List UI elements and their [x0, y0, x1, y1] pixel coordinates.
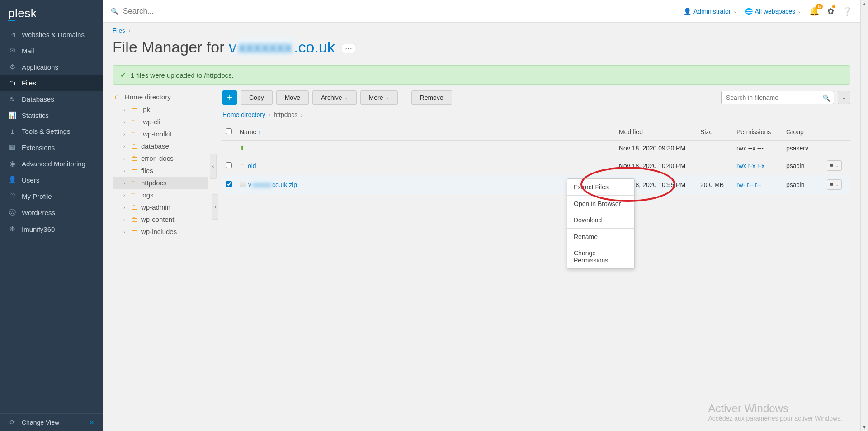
folder-icon: 🗀: [131, 130, 138, 138]
caret-icon: ›: [123, 205, 128, 210]
tree-root[interactable]: 🗀 Home directory: [113, 90, 208, 103]
add-button[interactable]: +: [222, 90, 237, 105]
check-icon: ✔: [120, 71, 126, 79]
sidebar-item-databases[interactable]: ≋Databases: [0, 91, 103, 107]
permissions-text: rwx --x ---: [736, 145, 764, 152]
col-size[interactable]: Size: [697, 124, 733, 141]
breadcrumb: Files ›: [103, 23, 860, 38]
tree-item-label: logs: [141, 191, 154, 199]
row-checkbox[interactable]: [226, 181, 232, 187]
sort-asc-icon: ↑: [258, 130, 261, 135]
col-modified[interactable]: Modified: [615, 124, 697, 141]
col-permissions[interactable]: Permissions: [733, 124, 783, 141]
file-search-input[interactable]: [726, 94, 816, 101]
scroll-up-icon[interactable]: ▲: [861, 0, 868, 8]
sidebar-item-applications[interactable]: ⚙Applications: [0, 59, 103, 75]
permissions-link[interactable]: rwx r-x r-x: [736, 162, 764, 169]
tree-item--wp-toolkit[interactable]: ›🗀.wp-toolkit: [113, 128, 208, 140]
folder-icon: 🗀: [131, 106, 138, 113]
remove-button[interactable]: Remove: [411, 90, 452, 105]
file-search-options[interactable]: ⌄: [838, 91, 850, 104]
tree-item-wp-admin[interactable]: ›🗀wp-admin: [113, 201, 208, 213]
more-button[interactable]: More⌄: [360, 90, 398, 105]
row-menu-button[interactable]: ≡⌄: [827, 160, 842, 171]
toolbar: + Copy Move Archive⌄ More⌄ Remove 🔍 ⌄: [222, 90, 850, 105]
move-button[interactable]: Move: [276, 90, 309, 105]
sidebar-item-wordpress[interactable]: ⓦWordPress: [0, 204, 103, 221]
tree-item-logs[interactable]: ›🗀logs: [113, 189, 208, 201]
logo: plesk: [0, 0, 103, 27]
tree-item-label: error_docs: [141, 155, 174, 162]
crumb-files[interactable]: Files: [113, 27, 125, 34]
puzzle-icon: ✿: [827, 7, 834, 16]
tree-item-label: .wp-toolkit: [141, 130, 172, 138]
tree-item-wp-includes[interactable]: ›🗀wp-includes: [113, 225, 208, 238]
sidebar-item-mail[interactable]: ✉Mail: [0, 42, 103, 59]
change-view-label: Change View: [22, 419, 59, 426]
chevron-down-icon: ⌄: [733, 9, 737, 14]
sidebar-item-websites-domains[interactable]: 🖥Websites & Domains: [0, 27, 103, 42]
tree-item-error-docs[interactable]: ›🗀error_docs: [113, 152, 208, 164]
sidebar-item-label: Tools & Settings: [22, 127, 71, 135]
chevron-right-icon: ›: [301, 111, 303, 118]
folder-icon: 🗀: [131, 142, 138, 150]
col-group[interactable]: Group: [783, 124, 823, 141]
sidebar-item-my-profile[interactable]: ♡My Profile: [0, 188, 103, 204]
permissions-link[interactable]: rw- r-- r--: [736, 181, 761, 188]
archive-button[interactable]: Archive⌄: [312, 90, 357, 105]
cell-size: [697, 141, 733, 156]
tree-item-wp-content[interactable]: ›🗀wp-content: [113, 213, 208, 225]
title-more-button[interactable]: ⋯: [342, 44, 355, 53]
sidebar-item-label: Advanced Monitoring: [22, 160, 85, 168]
file-search[interactable]: 🔍: [721, 91, 834, 104]
select-all-checkbox[interactable]: [226, 128, 232, 134]
sidebar-icon: ⚙: [8, 63, 16, 71]
sidebar-item-files[interactable]: 🗀Files: [0, 75, 103, 91]
tree-item-database[interactable]: ›🗀database: [113, 140, 208, 152]
extensions-updates-button[interactable]: ✿: [827, 6, 834, 16]
chevron-down-icon: ⌄: [344, 95, 348, 100]
notifications-button[interactable]: 🔔 5: [809, 6, 819, 16]
copy-button[interactable]: Copy: [241, 90, 273, 105]
sidebar-icon: ◉: [8, 159, 16, 168]
col-name[interactable]: Name ↑: [236, 124, 615, 141]
path-root[interactable]: Home directory: [222, 111, 265, 118]
file-name[interactable]: ..: [247, 145, 250, 152]
scrollbar[interactable]: ▲ ▼: [860, 0, 868, 431]
tree-item--pki[interactable]: ›🗀.pki: [113, 103, 208, 116]
help-button[interactable]: ❔: [842, 6, 852, 16]
row-checkbox[interactable]: [226, 162, 232, 168]
folder-icon: 🗀: [240, 162, 246, 169]
admin-menu[interactable]: 👤 Administrator ⌄: [684, 8, 736, 15]
sidebar-icon: 🖥: [8, 31, 16, 38]
ctx-extract-files[interactable]: Extract Files: [567, 179, 634, 195]
file-name[interactable]: old: [248, 162, 256, 169]
row-menu-button[interactable]: ≡⌄: [827, 179, 842, 190]
sidebar-item-imunify360[interactable]: ❋Imunify360: [0, 221, 103, 237]
tree-item-httpdocs[interactable]: ›🗀httpdocs: [113, 177, 208, 189]
tree-item-files[interactable]: ›🗀files: [113, 164, 208, 177]
global-search-input[interactable]: [123, 7, 304, 16]
ctx-open-in-browser[interactable]: Open in Browser: [567, 196, 634, 212]
path-current: httpdocs: [274, 111, 297, 118]
caret-icon: ›: [123, 131, 128, 137]
sidebar-item-extensions[interactable]: ▦Extensions: [0, 139, 103, 155]
banner-text: 1 files were uploaded to /httpdocs.: [131, 71, 234, 79]
tree-item--wp-cli[interactable]: ›🗀.wp-cli: [113, 116, 208, 128]
change-view[interactable]: ⟳ Change View ✕: [0, 413, 103, 431]
close-icon[interactable]: ✕: [89, 419, 94, 426]
ctx-rename[interactable]: Rename: [567, 229, 634, 245]
page-title: File Manager for vxxxxxxx.co.uk ⋯: [103, 38, 860, 62]
sidebar-item-statistics[interactable]: 📊Statistics: [0, 107, 103, 123]
folder-icon: 🗀: [131, 228, 138, 235]
file-name[interactable]: vxxxxxxco.uk.zip: [248, 181, 297, 188]
ctx-download[interactable]: Download: [567, 212, 634, 228]
sidebar-item-advanced-monitoring[interactable]: ◉Advanced Monitoring: [0, 155, 103, 172]
scroll-down-icon[interactable]: ▼: [861, 423, 868, 431]
webspaces-label: All webspaces: [755, 8, 796, 15]
sidebar-item-users[interactable]: 👤Users: [0, 172, 103, 188]
ctx-change-permissions[interactable]: Change Permissions: [567, 245, 634, 268]
sidebar-item-tools-settings[interactable]: 🎚Tools & Settings: [0, 123, 103, 139]
collapse-panel-button[interactable]: ‹: [212, 194, 218, 220]
webspaces-menu[interactable]: 🌐 All webspaces ⌄: [745, 8, 802, 15]
